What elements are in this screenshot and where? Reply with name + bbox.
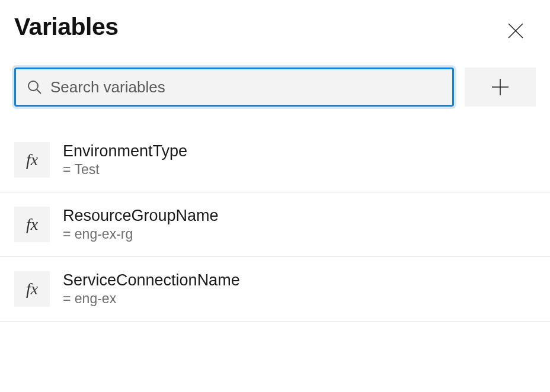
fx-icon: fx [14,207,50,242]
fx-icon: fx [14,142,50,178]
add-variable-button[interactable] [465,68,536,107]
search-icon [27,79,42,95]
variable-texts: ServiceConnectionName = eng-ex [63,271,240,307]
fx-icon: fx [14,271,50,307]
variable-row[interactable]: fx ServiceConnectionName = eng-ex [0,257,550,322]
variables-list: fx EnvironmentType = Test fx ResourceGro… [0,135,550,322]
plus-icon [490,77,510,97]
variable-value: = Test [63,162,187,178]
variable-texts: ResourceGroupName = eng-ex-rg [63,207,219,242]
close-button[interactable] [503,18,529,44]
search-field-wrapper[interactable] [14,68,454,107]
variable-row[interactable]: fx ResourceGroupName = eng-ex-rg [0,192,550,257]
panel-title: Variables [14,13,119,41]
close-icon [506,21,525,40]
variable-texts: EnvironmentType = Test [63,142,187,178]
svg-line-3 [37,89,41,94]
variable-name: ResourceGroupName [63,207,219,225]
variable-name: ServiceConnectionName [63,271,240,290]
search-input[interactable] [50,78,442,97]
variable-value: = eng-ex-rg [63,226,219,242]
variable-value: = eng-ex [63,291,240,307]
svg-point-2 [28,81,38,91]
variable-name: EnvironmentType [63,142,187,160]
variable-row[interactable]: fx EnvironmentType = Test [0,135,550,192]
